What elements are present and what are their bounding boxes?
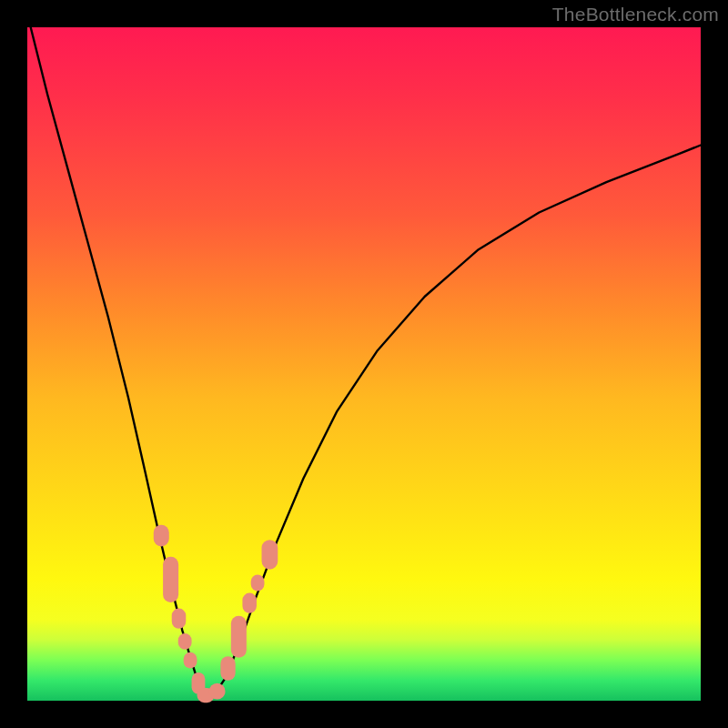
marker-salmon-dots-2 [172,609,187,629]
marker-salmon-dots-9 [231,616,247,658]
chart-svg [27,27,701,701]
marker-salmon-dots-0 [154,525,169,547]
plot-area [27,27,701,701]
chart-frame: TheBottleneck.com [0,0,728,728]
series-left-curve [31,27,206,697]
marker-salmon-dots-12 [262,540,278,570]
marker-salmon-dots-8 [220,656,235,681]
watermark-text: TheBottleneck.com [552,4,719,25]
marker-salmon-dots-4 [184,652,197,669]
series-right-curve [213,146,702,698]
marker-salmon-dots-3 [178,633,192,650]
marker-salmon-dots-1 [163,557,178,602]
markers-group [154,525,278,703]
marker-salmon-dots-11 [251,575,265,592]
marker-salmon-dots-7 [209,683,226,700]
marker-salmon-dots-10 [242,593,257,613]
series-group [31,27,701,697]
